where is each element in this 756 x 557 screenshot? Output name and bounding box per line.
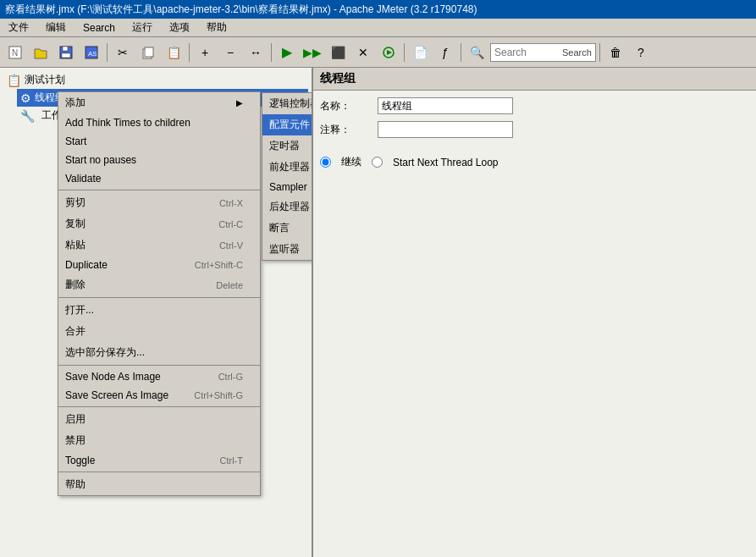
toolbar-new-btn[interactable]: N — [3, 41, 27, 63]
context-menu-toggle-shortcut: Ctrl-T — [220, 455, 244, 466]
search-input[interactable] — [494, 47, 562, 58]
title-text: 察看结果树.jmx (F:\测试软件工具\apache-jmeter-3.2\b… — [5, 3, 477, 17]
toolbar-open-btn[interactable] — [29, 41, 52, 63]
context-menu-sep-3 — [58, 365, 260, 366]
context-menu-toggle-label: Toggle — [65, 455, 95, 466]
toolbar-clear-btn[interactable]: 🗑 — [604, 41, 627, 63]
context-menu-delete-label: 删除 — [65, 278, 86, 292]
submenu-l1-sampler[interactable]: Sampler ▶ — [262, 178, 313, 196]
menu-help[interactable]: 帮助 — [201, 19, 232, 36]
menu-file[interactable]: 文件 — [3, 19, 34, 36]
testplan-icon: 📋 — [7, 74, 21, 87]
toolbar-function-btn[interactable]: ƒ — [433, 41, 457, 63]
context-menu-save-node-image[interactable]: Save Node As Image Ctrl-G — [58, 367, 260, 386]
submenu-l1-logic-controller-label: 逻辑控制器 — [269, 97, 313, 111]
menu-search[interactable]: Search — [78, 20, 120, 36]
toolbar-sep-6 — [599, 43, 600, 62]
context-menu-help[interactable]: 帮助 — [58, 474, 260, 495]
toolbar-stop-btn[interactable]: ⬛ — [326, 41, 350, 63]
context-menu-cut-shortcut: Ctrl-X — [219, 198, 243, 208]
toolbar-sep-5 — [461, 43, 461, 62]
context-menu-duplicate-label: Duplicate — [65, 259, 108, 271]
toolbar-shutdown-btn[interactable]: ✕ — [351, 41, 375, 63]
name-field-input[interactable] — [378, 97, 513, 114]
submenu-l1-config-element[interactable]: 配置元件 ▶ — [262, 114, 313, 135]
context-menu-validate-label: Validate — [65, 173, 101, 185]
context-menu-cut[interactable]: 剪切 Ctrl-X — [58, 192, 260, 213]
toolbar-templates-btn[interactable]: 📄 — [408, 41, 432, 63]
menu-options[interactable]: 选项 — [164, 19, 195, 36]
menu-edit[interactable]: 编辑 — [41, 19, 71, 36]
context-menu-help-label: 帮助 — [65, 477, 86, 492]
context-menu-save-node-image-shortcut: Ctrl-G — [218, 372, 243, 382]
context-menu-add[interactable]: 添加 ▶ — [58, 92, 260, 113]
search-label: Search — [562, 47, 592, 58]
toolbar-toggle-btn[interactable]: ↔ — [244, 41, 268, 63]
context-menu-paste[interactable]: 粘贴 Ctrl-V — [58, 234, 260, 256]
toolbar-cut-btn[interactable]: ✂ — [111, 41, 135, 63]
context-menu-save-screen-image-label: Save Screen As Image — [65, 389, 168, 401]
context-menu-open[interactable]: 打开... — [58, 300, 260, 321]
tree-item-testplan-label: 测试计划 — [25, 73, 65, 87]
toolbar-collapse-btn[interactable]: − — [218, 41, 242, 63]
left-panel: 📋 测试计划 ⚙ 线程组 🔧 工作台 添加 ▶ — [0, 68, 313, 557]
context-menu-paste-shortcut: Ctrl-V — [219, 240, 243, 251]
main-area: 📋 测试计划 ⚙ 线程组 🔧 工作台 添加 ▶ — [0, 68, 756, 557]
toolbar: N AS ✂ 📋 + − ↔ ▶ ▶▶ ⬛ ✕ 📄 ƒ 🔍 Search 🗑 ? — [0, 37, 756, 68]
context-menu-think-times-label: Add Think Times to children — [65, 117, 190, 129]
toolbar-sep-1 — [107, 43, 108, 62]
submenu-l1-listener[interactable]: 监听器 ▶ — [262, 239, 313, 260]
right-panel: 线程组 名称： 注释： 继续 Start Next Thread Loop — [313, 68, 756, 557]
submenu-l1-sampler-label: Sampler — [269, 181, 307, 193]
submenu-l1-assertion-label: 断言 — [269, 221, 290, 235]
context-menu-enable[interactable]: 启用 — [58, 409, 260, 430]
context-menu-add-arrow: ▶ — [236, 98, 243, 108]
submenu-l1-post-processor[interactable]: 后处理器 ▶ — [262, 196, 313, 218]
submenu-l1-logic-controller[interactable]: 逻辑控制器 ▶ — [262, 93, 313, 114]
context-menu-delete[interactable]: 删除 Delete — [58, 274, 260, 295]
context-menu-validate[interactable]: Validate — [58, 169, 260, 188]
context-menu-merge[interactable]: 合并 — [58, 321, 260, 342]
context-menu-enable-label: 启用 — [65, 412, 86, 427]
context-menu-duplicate-shortcut: Ctrl+Shift-C — [195, 260, 243, 270]
context-menu: 添加 ▶ Add Think Times to children Start S… — [58, 91, 261, 496]
toolbar-expand-btn[interactable]: + — [193, 41, 217, 63]
submenu-l1-pre-processor-label: 前处理器 — [269, 160, 310, 174]
toolbar-paste-btn[interactable]: 📋 — [162, 41, 185, 63]
context-menu-duplicate[interactable]: Duplicate Ctrl+Shift-C — [58, 256, 260, 274]
radio-continue[interactable] — [320, 157, 331, 168]
context-menu-copy[interactable]: 复制 Ctrl-C — [58, 213, 260, 234]
toolbar-saveas-btn[interactable]: AS — [80, 41, 103, 63]
context-menu-think-times[interactable]: Add Think Times to children — [58, 113, 260, 132]
toolbar-copy-btn[interactable] — [136, 41, 160, 63]
context-menu-toggle[interactable]: Toggle Ctrl-T — [58, 451, 260, 470]
submenu-l1-pre-processor[interactable]: 前处理器 ▶ — [262, 157, 313, 178]
toolbar-search-icon-btn[interactable]: 🔍 — [465, 41, 488, 63]
context-menu-copy-shortcut: Ctrl-C — [218, 219, 243, 229]
menu-run[interactable]: 运行 — [127, 19, 157, 36]
submenu-l1-post-processor-label: 后处理器 — [269, 200, 310, 214]
submenu-l1-timer[interactable]: 定时器 ▶ — [262, 135, 313, 157]
submenu-l1-assertion[interactable]: 断言 ▶ — [262, 218, 313, 239]
tree-item-testplan[interactable]: 📋 测试计划 — [3, 71, 308, 89]
context-menu-disable[interactable]: 禁用 — [58, 430, 260, 451]
context-menu-save-screen-image-shortcut: Ctrl+Shift-G — [194, 390, 243, 400]
radio-next-thread-loop[interactable] — [372, 157, 383, 168]
context-menu-add-label: 添加 — [65, 96, 86, 110]
toolbar-play-nopauses-btn[interactable]: ▶▶ — [301, 41, 324, 63]
submenu-l1: 逻辑控制器 ▶ 配置元件 ▶ 定时器 ▶ 前处理器 ▶ Sampler ▶ — [262, 92, 313, 261]
toolbar-help-btn[interactable]: ? — [629, 41, 653, 63]
context-menu-sep-5 — [58, 472, 260, 472]
toolbar-play-btn[interactable]: ▶ — [275, 41, 299, 63]
comment-field-input[interactable] — [378, 121, 513, 138]
context-menu-save-screen-image[interactable]: Save Screen As Image Ctrl+Shift-G — [58, 386, 260, 405]
context-menu-cut-label: 剪切 — [65, 196, 86, 210]
context-menu-sep-2 — [58, 297, 260, 298]
context-menu-start[interactable]: Start — [58, 132, 260, 151]
toolbar-save-btn[interactable] — [54, 41, 78, 63]
context-menu-save-partial[interactable]: 选中部分保存为... — [58, 342, 260, 363]
context-menu-start-nopauses[interactable]: Start no pauses — [58, 151, 260, 169]
toolbar-remote-start-btn[interactable] — [377, 41, 400, 63]
name-field-label: 名称： — [320, 99, 371, 113]
right-panel-title-text: 线程组 — [320, 71, 356, 85]
